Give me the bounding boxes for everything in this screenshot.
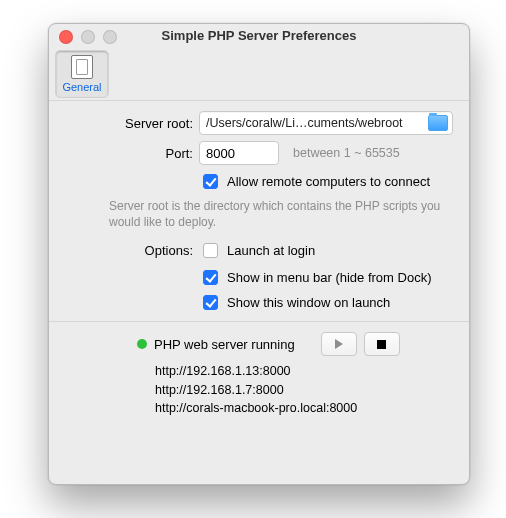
svg-rect-1 bbox=[377, 340, 386, 349]
show-window-label: Show this window on launch bbox=[227, 295, 390, 310]
stop-icon bbox=[377, 340, 386, 349]
port-hint: between 1 ~ 65535 bbox=[293, 146, 400, 160]
minimize-icon[interactable] bbox=[81, 30, 95, 44]
launch-at-login-checkbox[interactable] bbox=[203, 243, 218, 258]
server-root-field[interactable]: /Users/coralw/Li…cuments/webroot bbox=[199, 111, 453, 135]
server-url: http://192.168.1.13:8000 bbox=[155, 362, 453, 380]
tab-general[interactable]: General bbox=[55, 50, 109, 98]
server-url: http://corals-macbook-pro.local:8000 bbox=[155, 399, 453, 417]
titlebar: Simple PHP Server Preferences bbox=[49, 24, 469, 48]
options-label: Options: bbox=[65, 243, 193, 258]
zoom-icon[interactable] bbox=[103, 30, 117, 44]
server-url: http://192.168.1.7:8000 bbox=[155, 381, 453, 399]
launch-at-login-label: Launch at login bbox=[227, 243, 315, 258]
port-label: Port: bbox=[65, 146, 193, 161]
show-window-checkbox[interactable] bbox=[203, 295, 218, 310]
folder-icon bbox=[428, 115, 448, 131]
server-root-value: /Users/coralw/Li…cuments/webroot bbox=[206, 116, 424, 130]
preferences-window: Simple PHP Server Preferences General Se… bbox=[48, 23, 470, 485]
start-button[interactable] bbox=[321, 332, 357, 356]
toolbar: General bbox=[49, 48, 469, 101]
allow-remote-checkbox[interactable] bbox=[203, 174, 218, 189]
port-input[interactable] bbox=[199, 141, 279, 165]
server-root-label: Server root: bbox=[65, 116, 193, 131]
show-menubar-label: Show in menu bar (hide from Dock) bbox=[227, 270, 431, 285]
tab-general-label: General bbox=[62, 81, 101, 93]
svg-marker-0 bbox=[335, 339, 343, 349]
allow-remote-label: Allow remote computers to connect bbox=[227, 174, 430, 189]
stop-button[interactable] bbox=[364, 332, 400, 356]
close-icon[interactable] bbox=[59, 30, 73, 44]
status-dot-icon bbox=[137, 339, 147, 349]
show-menubar-checkbox[interactable] bbox=[203, 270, 218, 285]
play-icon bbox=[334, 339, 344, 349]
server-root-help: Server root is the directory which conta… bbox=[109, 198, 453, 230]
status-text: PHP web server running bbox=[154, 337, 295, 352]
preferences-icon bbox=[71, 55, 93, 79]
server-urls: http://192.168.1.13:8000 http://192.168.… bbox=[155, 362, 453, 416]
separator bbox=[49, 321, 469, 322]
